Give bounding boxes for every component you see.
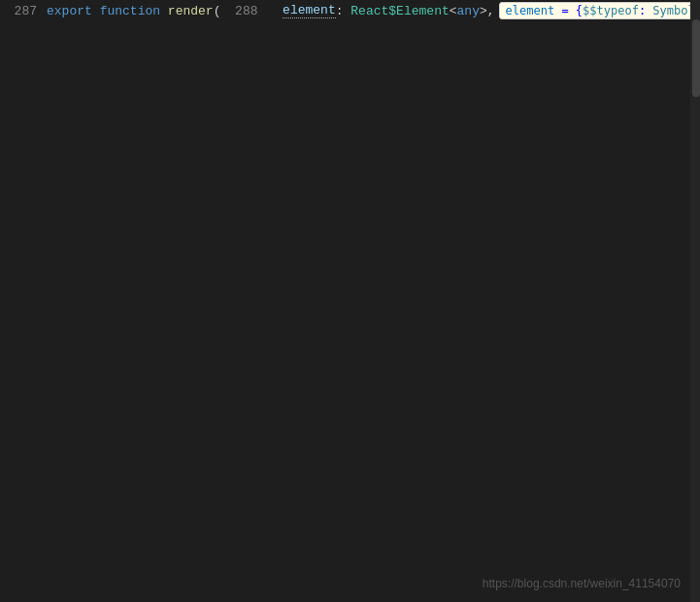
code-editor: 287 export function render( 288 element:…: [0, 0, 700, 602]
watermark: https://blog.csdn.net/weixin_41154070: [483, 577, 681, 590]
line-num-288: 288: [220, 0, 267, 21]
line-row-288: 288 element: React$Element<any>, element…: [220, 0, 700, 21]
scrollbar-thumb[interactable]: [692, 19, 700, 97]
line-content-287: export function render(: [47, 0, 220, 21]
line-content-288: element: React$Element<any>, element = {…: [267, 0, 700, 21]
scrollbar[interactable]: [690, 0, 700, 602]
line-row-287: 287 export function render(: [0, 0, 220, 21]
line-num-287: 287: [0, 0, 47, 21]
